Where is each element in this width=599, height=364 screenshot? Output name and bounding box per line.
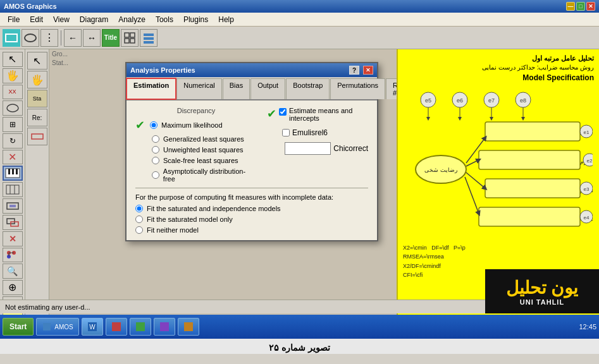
scale-free-label: Scale-free least squares xyxy=(163,157,238,164)
taskbar-btn4[interactable] xyxy=(130,318,151,336)
left2-tool-2[interactable]: 🖐 xyxy=(27,71,47,88)
menu-view[interactable]: View xyxy=(48,14,75,25)
svg-rect-0 xyxy=(6,34,17,42)
svg-point-9 xyxy=(7,104,18,112)
tab-estimation[interactable]: Estimation xyxy=(127,78,176,99)
taskbar-btn3[interactable] xyxy=(106,318,127,336)
canvas-area[interactable]: Gro... Stat... Re: Re: Analysis Properti… xyxy=(49,49,397,339)
svg-rect-55 xyxy=(184,322,193,331)
left-tool-circle[interactable] xyxy=(3,100,23,116)
grid-icon xyxy=(124,32,135,44)
svg-text:e4: e4 xyxy=(584,215,590,221)
left-tool-zoom[interactable]: 🔍 xyxy=(3,264,23,279)
green-check-icon2: ✔ xyxy=(267,107,276,121)
left-tool-dots[interactable] xyxy=(3,248,23,263)
max-likelihood-row: ✔ Maximum likelihood xyxy=(135,118,257,132)
gen-least-squares-radio[interactable] xyxy=(152,135,159,143)
toolbar-arrow-left[interactable]: ← xyxy=(64,29,82,47)
menu-file[interactable]: File xyxy=(3,14,25,25)
toolbar-arrow-right[interactable]: ↔ xyxy=(83,29,101,47)
dialog-help-button[interactable]: ? xyxy=(349,66,359,75)
svg-text:رضایت شخی: رضایت شخی xyxy=(424,167,457,174)
estimate-means-checkbox[interactable] xyxy=(279,108,287,116)
left-tool-shuffle[interactable]: ⊞ xyxy=(3,117,23,132)
svg-line-47 xyxy=(466,173,485,188)
taskbar-btn5[interactable] xyxy=(154,318,175,336)
left-tool-piano[interactable] xyxy=(3,166,23,181)
toolbar-btn-title[interactable]: Title xyxy=(102,29,120,47)
fit-saturated-only-radio[interactable] xyxy=(135,215,143,223)
logo-arabic-text: یون تحلیل xyxy=(506,277,579,298)
menu-tools[interactable]: Tools xyxy=(151,14,178,25)
tab-permutations[interactable]: Permutations xyxy=(330,78,385,99)
menu-diagram[interactable]: Diagram xyxy=(75,14,113,25)
svg-text:e7: e7 xyxy=(488,97,495,104)
toolbar-btn-4[interactable] xyxy=(121,29,139,47)
svg-rect-18 xyxy=(9,205,16,207)
diagram-subtitle: روش محاسبه ضرایب: حداکثر درست نمایی xyxy=(403,64,594,71)
tab-bootstrap[interactable]: Bootstrap xyxy=(286,78,330,99)
start-button[interactable]: Start xyxy=(3,318,34,336)
left-tool-resize2[interactable] xyxy=(3,215,23,230)
left2-tool-1[interactable]: ↖ xyxy=(27,52,47,70)
left-tool-resize1[interactable] xyxy=(3,198,23,214)
scale-free-radio[interactable] xyxy=(152,157,159,164)
toolbar-btn-1[interactable] xyxy=(3,29,20,47)
emulisrel-checkbox[interactable] xyxy=(282,129,290,136)
toolbar-btn-3[interactable]: ⋮ xyxy=(40,29,58,47)
close-button[interactable]: ✕ xyxy=(586,2,595,11)
menu-edit[interactable]: Edit xyxy=(25,14,48,25)
svg-text:e6: e6 xyxy=(457,97,463,104)
incomplete-radio-group: Fit the saturated and independence model… xyxy=(135,205,368,234)
left2-tool-path2[interactable]: Re: xyxy=(27,109,47,126)
box-node-1 xyxy=(485,122,580,141)
discrepancy-section: Discrepancy ✔ Maximum likelihood xyxy=(135,107,368,183)
left-tool-red-x[interactable]: ✕ xyxy=(3,231,23,246)
max-likelihood-radio[interactable] xyxy=(150,121,157,129)
menu-plugins[interactable]: Plugins xyxy=(178,14,213,25)
fit-saturated-label: Fit the saturated and independence model… xyxy=(147,205,281,212)
taskbar-icon2: W xyxy=(87,322,97,332)
tab-random[interactable]: Random # xyxy=(386,78,397,99)
asymptotic-radio[interactable] xyxy=(152,171,159,179)
toolbar-btn-5[interactable] xyxy=(140,29,157,47)
menu-help[interactable]: Help xyxy=(213,14,239,25)
dialog-close-button[interactable]: ✕ xyxy=(363,66,373,75)
left-tool-grid2[interactable] xyxy=(3,182,23,197)
left-tool-x1[interactable]: XX xyxy=(3,85,23,100)
left-tool-select[interactable]: ↖ xyxy=(3,52,23,67)
left-tool-zoomin[interactable]: ⊕ xyxy=(3,280,23,295)
fit-saturated-radio[interactable] xyxy=(135,205,143,212)
left-tool-cross[interactable]: ✕ xyxy=(3,150,23,165)
app-title: AMOS Graphics xyxy=(4,3,57,10)
menu-analyze[interactable]: Analyze xyxy=(113,14,151,25)
tab-numerical[interactable]: Numerical xyxy=(176,78,222,99)
image-caption: تصویر شماره ۲۵ xyxy=(0,339,599,354)
maximize-button[interactable]: □ xyxy=(576,2,585,11)
unweighted-radio[interactable] xyxy=(152,146,159,154)
taskbar-app-btn[interactable]: AMOS xyxy=(36,318,78,336)
incomplete-data-section: For the purpose of computing fit measure… xyxy=(135,193,368,234)
fit-neither-label: Fit neither model xyxy=(147,226,199,234)
svg-text:e3: e3 xyxy=(584,186,590,192)
svg-rect-53 xyxy=(136,322,145,331)
cfi-stat: CFI=\cfi xyxy=(403,272,423,278)
unweighted-label: Unweighted least squares xyxy=(163,146,244,154)
fit-neither-radio[interactable] xyxy=(135,226,143,234)
left2-tool-sta[interactable]: Sta xyxy=(27,90,47,107)
svg-text:W: W xyxy=(89,324,96,331)
tab-bias[interactable]: Bias xyxy=(223,78,250,99)
max-likelihood-label: Maximum likelihood xyxy=(161,121,223,129)
svg-rect-52 xyxy=(112,322,121,331)
minimize-button[interactable]: — xyxy=(566,2,575,11)
left-tool-hand[interactable]: 🖐 xyxy=(3,68,23,83)
toolbar-btn-2[interactable] xyxy=(22,29,39,47)
taskbar-btn2[interactable]: W xyxy=(82,318,103,336)
taskbar-btn6[interactable] xyxy=(178,318,199,336)
tab-output[interactable]: Output xyxy=(250,78,285,99)
unweighted-row: Unweighted least squares xyxy=(135,146,257,154)
left-tool-rotate[interactable]: ↻ xyxy=(3,133,23,149)
fit-neither-row: Fit neither model xyxy=(135,226,368,234)
left2-tool-resize4[interactable] xyxy=(27,128,47,145)
canvas-label-2: Stat... xyxy=(49,58,71,68)
